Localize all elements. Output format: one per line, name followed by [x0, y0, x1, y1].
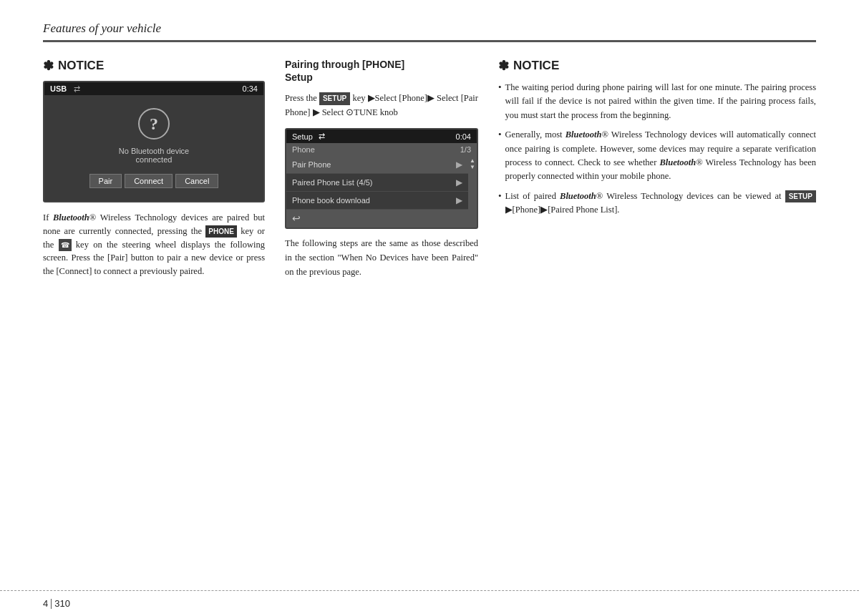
middle-column: Pairing through [PHONE] Setup Press the … [285, 58, 478, 288]
page-divider [51, 599, 52, 609]
phone-call-icon: ☎ [59, 239, 72, 251]
page-header: Features of your vehicle [43, 0, 816, 42]
setup-phone-label: Phone [292, 145, 315, 154]
menu-item-pair-phone[interactable]: Pair Phone ▶ [286, 156, 468, 174]
bullet-item-3: • List of paired Bluetooth® Wireless Tec… [498, 190, 816, 217]
connect-button[interactable]: Connect [125, 174, 173, 188]
menu-item-phonebook[interactable]: Phone book download ▶ [286, 192, 468, 210]
bullet-dot-2: • [498, 129, 502, 184]
right-notice-title: NOTICE [513, 59, 559, 73]
setup-menu-list: Pair Phone ▶ Paired Phone List (4/5) ▶ P… [286, 156, 468, 210]
left-notice-title: NOTICE [58, 59, 104, 73]
phone-badge: PHONE [205, 225, 237, 238]
setup-menu-area: Pair Phone ▶ Paired Phone List (4/5) ▶ P… [286, 156, 477, 210]
right-notice-header: ✽ NOTICE [498, 58, 816, 74]
question-icon: ? [138, 108, 170, 140]
setup-screen-mockup: Setup ⇄ 0:04 Phone 1/3 Pair Phone [285, 128, 478, 229]
page-container: Features of your vehicle ✽ NOTICE USB ⇄ … [0, 0, 859, 616]
pairing-following-text: The following steps are the same as thos… [285, 236, 478, 279]
scroll-indicator: ▲ ▼ [468, 156, 477, 210]
left-column: ✽ NOTICE USB ⇄ 0:34 ? No Bluet [43, 58, 265, 278]
menu-item-paired-list-label: Paired Phone List (4/5) [292, 178, 373, 187]
bluetooth-italic-right-2: Bluetooth [659, 157, 696, 167]
bullet-item-1: • The waiting period during phone pairin… [498, 81, 816, 122]
bullet-dot-1: • [498, 82, 502, 122]
menu-item-pair-phone-label: Pair Phone [292, 160, 331, 169]
scroll-down-icon: ▼ [470, 164, 475, 170]
bluetooth-italic-left: Bluetooth [53, 212, 89, 223]
screen-message: No Bluetooth device connected [52, 147, 256, 164]
bluetooth-italic-right-1: Bluetooth [566, 129, 602, 140]
setup-back-row: ↩ [286, 210, 477, 228]
screen-time: 0:34 [243, 84, 258, 93]
pairing-title: Pairing through [PHONE] Setup [285, 58, 478, 84]
bullet-3-text: List of paired Bluetooth® Wireless Techn… [505, 190, 816, 217]
back-icon: ↩ [292, 212, 301, 225]
page-footer: 4 310 [0, 590, 859, 616]
setup-page-num: 1/3 [460, 145, 471, 154]
right-star-icon: ✽ [498, 58, 509, 74]
setup-badge-middle: SETUP [319, 92, 350, 105]
scroll-up-icon: ▲ [470, 157, 475, 164]
usb-screen-mockup: USB ⇄ 0:34 ? No Bluetooth device connect… [43, 81, 265, 202]
page-num-left: 4 [43, 598, 48, 609]
setup-phone-label-row: Phone 1/3 [286, 143, 477, 156]
page-title: Features of your vehicle [43, 21, 161, 35]
pairing-intro-text: Press the SETUP key ▶Select [Phone]▶ Sel… [285, 91, 478, 119]
main-columns: ✽ NOTICE USB ⇄ 0:34 ? No Bluet [43, 58, 816, 288]
menu-item-phonebook-label: Phone book download [292, 196, 370, 205]
setup-badge-right: SETUP [785, 190, 816, 203]
setup-screen-time: 0:04 [456, 132, 471, 141]
menu-arrow-icon-3: ▶ [456, 195, 462, 205]
screen-header-left: USB ⇄ [50, 84, 81, 93]
setup-screen-label-wrap: Setup ⇄ [292, 132, 325, 141]
screen-usb-label: USB [50, 84, 67, 93]
menu-item-paired-list[interactable]: Paired Phone List (4/5) ▶ [286, 174, 468, 192]
screen-buttons: Pair Connect Cancel [52, 174, 256, 194]
setup-screen-header: Setup ⇄ 0:04 [286, 129, 477, 143]
bullet-2-text: Generally, most Bluetooth® Wireless Tech… [505, 128, 816, 184]
setup-bt-icon: ⇄ [319, 132, 325, 141]
left-star-icon: ✽ [43, 58, 54, 74]
pair-button[interactable]: Pair [89, 174, 122, 188]
menu-arrow-icon-2: ▶ [456, 177, 462, 187]
page-num-right: 310 [54, 598, 70, 609]
cancel-button[interactable]: Cancel [175, 174, 218, 188]
menu-arrow-icon: ▶ [456, 160, 462, 170]
screen-bt-icon: ⇄ [72, 84, 81, 93]
bullet-dot-3: • [498, 190, 502, 217]
setup-screen-body: Phone 1/3 Pair Phone ▶ Paired Phone List… [286, 143, 477, 228]
bluetooth-italic-right-3: Bluetooth [560, 191, 596, 201]
screen-status-bar: USB ⇄ 0:34 [44, 82, 263, 95]
right-column: ✽ NOTICE • The waiting period during pho… [498, 58, 816, 223]
bullet-1-text: The waiting period during phone pairing … [505, 81, 816, 122]
left-notice-text: If Bluetooth® Wireless Technology device… [43, 211, 265, 278]
screen-body: ? No Bluetooth device connected Pair Con… [44, 95, 263, 201]
setup-screen-label: Setup [292, 132, 313, 141]
bullet-item-2: • Generally, most Bluetooth® Wireless Te… [498, 128, 816, 184]
left-notice-header: ✽ NOTICE [43, 58, 265, 74]
